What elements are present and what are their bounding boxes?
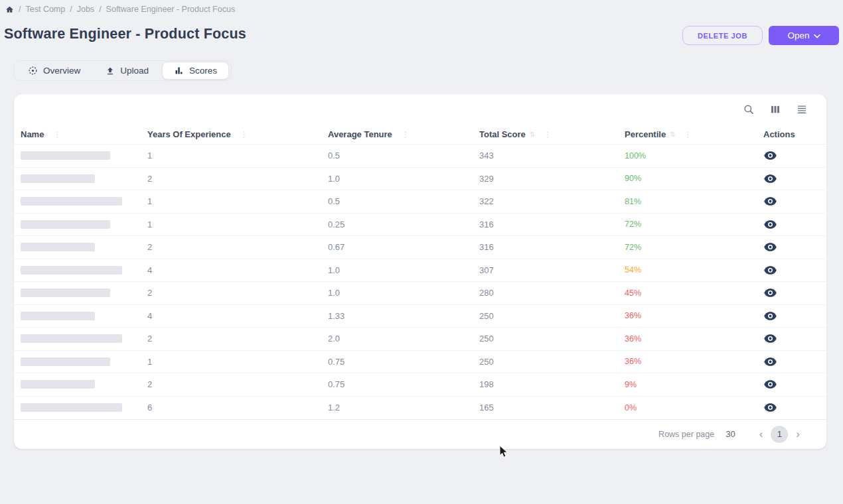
rows-per-page-value[interactable]: 30 <box>726 429 735 439</box>
total-score-cell: 316 <box>473 242 618 252</box>
table-row[interactable]: 2 0.75 198 9% <box>14 373 826 397</box>
view-candidate-button[interactable] <box>764 265 777 275</box>
actions-cell <box>757 242 820 252</box>
current-page-button[interactable]: 1 <box>771 426 788 443</box>
breadcrumb-separator: / <box>19 5 21 14</box>
total-score-cell: 280 <box>473 288 618 298</box>
search-icon[interactable] <box>741 102 756 117</box>
table-toolbar <box>14 94 826 125</box>
view-candidate-button[interactable] <box>764 311 777 321</box>
percentile-cell: 36% <box>618 311 757 320</box>
column-header-years-of-experience[interactable]: Years Of Experience ⋮ <box>141 129 321 139</box>
table-row[interactable]: 1 0.75 250 36% <box>14 351 826 374</box>
eye-icon <box>764 220 777 229</box>
actions-cell <box>757 174 820 184</box>
table-row[interactable]: 4 1.0 307 54% <box>14 259 826 283</box>
actions-cell <box>757 357 820 367</box>
home-icon[interactable] <box>5 5 14 14</box>
overview-target-icon <box>28 66 38 76</box>
table-row[interactable]: 1 0.5 343 100% <box>14 145 826 168</box>
breadcrumb-item-jobs[interactable]: Jobs <box>77 5 94 14</box>
total-score-cell: 343 <box>473 151 618 160</box>
eye-icon <box>764 334 777 344</box>
table-row[interactable]: 6 1.2 165 0% <box>14 397 826 420</box>
actions-cell <box>757 196 820 206</box>
scores-table-card: Name ⋮ Years Of Experience ⋮ Average Ten… <box>14 94 826 449</box>
next-page-button[interactable]: › <box>792 428 804 440</box>
view-candidate-button[interactable] <box>764 242 777 252</box>
view-candidate-button[interactable] <box>764 334 777 344</box>
bar-chart-icon <box>174 66 184 76</box>
column-header-percentile[interactable]: Percentile ⇅ ⋮ <box>618 129 757 139</box>
table-row[interactable]: 2 1.0 329 90% <box>14 168 826 191</box>
percentile-cell: 72% <box>618 243 757 252</box>
average-tenure-cell: 0.25 <box>321 220 473 229</box>
tab-overview-label: Overview <box>43 66 80 76</box>
average-tenure-cell: 1.0 <box>321 265 473 275</box>
table-row[interactable]: 1 0.25 316 72% <box>14 214 826 237</box>
percentile-cell: 9% <box>618 380 757 389</box>
percentile-cell: 0% <box>618 403 757 412</box>
view-candidate-button[interactable] <box>764 379 777 389</box>
redacted-name-bar <box>21 174 95 183</box>
years-of-experience-cell: 1 <box>141 151 321 160</box>
view-candidate-button[interactable] <box>764 403 777 412</box>
years-of-experience-cell: 4 <box>141 311 321 321</box>
table-row[interactable]: 1 0.5 322 81% <box>14 190 826 214</box>
redacted-name-bar <box>21 220 110 229</box>
breadcrumb-item-company[interactable]: Test Comp <box>25 5 65 14</box>
table-footer: Rows per page 30 ‹ 1 › <box>14 419 826 448</box>
years-of-experience-cell: 2 <box>141 379 321 389</box>
total-score-cell: 165 <box>473 403 618 412</box>
column-menu-icon[interactable]: ⋮ <box>544 130 552 139</box>
years-of-experience-cell: 1 <box>141 357 321 367</box>
name-cell <box>14 243 141 251</box>
columns-icon[interactable] <box>768 102 783 117</box>
density-icon[interactable] <box>795 102 809 117</box>
table-row[interactable]: 2 1.0 280 45% <box>14 282 826 305</box>
sort-icon[interactable]: ⇅ <box>530 131 534 138</box>
view-candidate-button[interactable] <box>764 196 777 206</box>
redacted-name-bar <box>21 403 122 412</box>
column-menu-icon[interactable]: ⋮ <box>240 130 248 139</box>
view-candidate-button[interactable] <box>764 174 777 184</box>
breadcrumb: / Test Comp / Jobs / Software Engineer -… <box>5 5 235 14</box>
sort-icon[interactable]: ⇅ <box>670 131 674 138</box>
table-row[interactable]: 2 0.67 316 72% <box>14 236 826 259</box>
view-candidate-button[interactable] <box>764 220 777 229</box>
table-row[interactable]: 2 2.0 250 36% <box>14 328 826 351</box>
column-header-name[interactable]: Name ⋮ <box>14 129 141 139</box>
view-candidate-button[interactable] <box>764 151 777 160</box>
column-menu-icon[interactable]: ⋮ <box>53 130 61 139</box>
average-tenure-cell: 1.2 <box>321 403 473 412</box>
redacted-name-bar <box>21 197 122 206</box>
eye-icon <box>764 357 777 367</box>
average-tenure-cell: 1.33 <box>321 311 473 321</box>
column-menu-icon[interactable]: ⋮ <box>684 130 692 139</box>
tab-upload[interactable]: Upload <box>94 62 161 80</box>
redacted-name-bar <box>21 357 110 366</box>
delete-job-button[interactable]: DELETE JOB <box>682 26 763 45</box>
actions-cell <box>757 403 820 412</box>
tab-scores[interactable]: Scores <box>162 62 229 80</box>
tab-overview[interactable]: Overview <box>16 62 92 80</box>
eye-icon <box>764 151 777 160</box>
years-of-experience-cell: 1 <box>141 196 321 206</box>
previous-page-button[interactable]: ‹ <box>755 428 767 440</box>
name-cell <box>14 288 141 297</box>
view-candidate-button[interactable] <box>764 288 777 298</box>
breadcrumb-separator: / <box>70 5 72 14</box>
actions-cell <box>757 379 820 389</box>
years-of-experience-cell: 4 <box>141 265 321 275</box>
table-row[interactable]: 4 1.33 250 36% <box>14 305 826 328</box>
view-candidate-button[interactable] <box>764 357 777 367</box>
percentile-cell: 81% <box>618 197 757 206</box>
average-tenure-cell: 2.0 <box>321 334 473 344</box>
column-menu-icon[interactable]: ⋮ <box>402 130 410 139</box>
column-header-average-tenure[interactable]: Average Tenure ⋮ <box>321 129 473 139</box>
eye-icon <box>764 242 777 252</box>
breadcrumb-item-current: Software Engineer - Product Focus <box>106 5 236 14</box>
column-header-total-score[interactable]: Total Score ⇅ ⋮ <box>473 129 618 139</box>
column-header-actions: Actions <box>757 129 820 139</box>
open-status-button[interactable]: Open <box>769 26 839 45</box>
